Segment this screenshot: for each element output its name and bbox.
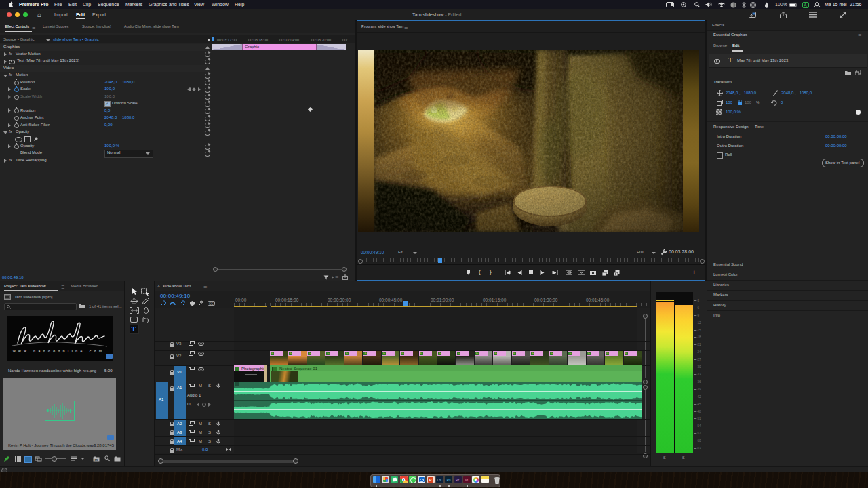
svg-text:CC: CC bbox=[209, 302, 214, 306]
svg-text:w w w . n a n d o o n l i n e: w w w . n a n d o o n l i n e . c o m bbox=[13, 349, 103, 353]
svg-text:a: a bbox=[35, 457, 37, 460]
svg-text:m: m bbox=[94, 458, 98, 462]
svg-text:A: A bbox=[804, 3, 807, 7]
